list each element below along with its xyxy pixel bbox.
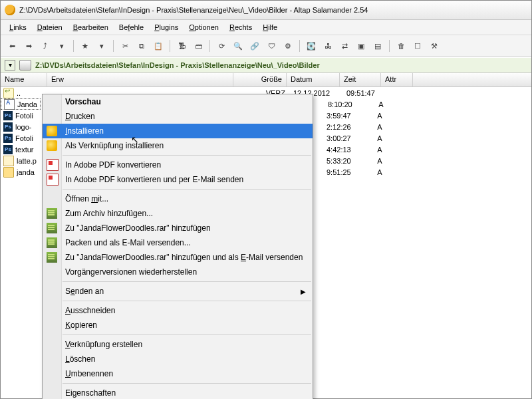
col-attr[interactable]: Attr	[381, 73, 413, 86]
toolbar-sep	[73, 40, 74, 52]
file-name: Fotoli	[15, 134, 33, 142]
file-time: 5:33:20	[323, 157, 364, 165]
file-attr: A	[364, 112, 396, 120]
col-ext[interactable]: Erw	[47, 73, 233, 86]
ctx-separator	[63, 281, 311, 282]
share-icon[interactable]: ⇄	[337, 39, 352, 53]
hotpath-menu-icon[interactable]: ▾	[94, 39, 109, 53]
nav-fwd-icon[interactable]: ➡	[21, 39, 36, 53]
nav-up-icon[interactable]: ⤴	[38, 39, 53, 53]
file-attr: A	[364, 157, 396, 165]
cmd-icon[interactable]: ▣	[354, 39, 368, 53]
link-icon[interactable]: 🔗	[247, 39, 262, 53]
menu-hilfe[interactable]: Hilfe	[258, 22, 282, 33]
ctx-verknuepfung[interactable]: Verknüpfung erstellen	[43, 337, 313, 352]
title-bar[interactable]: Z:\DVDs\Arbeitsdateien\Stefan\InDesign -…	[1, 1, 531, 20]
image-file-icon	[3, 156, 14, 166]
pack-icon[interactable]: 🗜	[174, 39, 189, 53]
ctx-vorgaenger[interactable]: Vorgängerversionen wiederherstellen	[43, 265, 313, 279]
ctx-pdf-mail[interactable]: In Adobe PDF konvertieren und per E-Mail…	[43, 172, 313, 187]
updir-time: 09:51:47	[342, 89, 384, 97]
ctx-drucken[interactable]: Drucken	[43, 109, 313, 124]
ctx-eigenschaften[interactable]: Eigenschaften	[43, 386, 313, 399]
app-icon	[5, 5, 15, 15]
nav-back-icon[interactable]: ⬅	[5, 39, 19, 53]
hotpath-icon[interactable]: ★	[78, 39, 92, 53]
col-name[interactable]: Name	[1, 73, 47, 86]
search-icon[interactable]: 🔍	[231, 39, 245, 53]
rar-icon	[47, 208, 57, 219]
ctx-packen-mail[interactable]: Packen und als E-Mail versenden...	[43, 235, 313, 250]
file-name: logo-	[15, 123, 31, 131]
menu-bearbeiten[interactable]: Bearbeiten	[68, 22, 113, 33]
archive-file-icon	[3, 167, 14, 178]
rar-icon	[47, 252, 57, 263]
ctx-zu-rar[interactable]: Zu "JandaFlowerDoodles.rar" hinzufügen	[43, 221, 313, 235]
ctx-separator	[63, 155, 311, 156]
menu-dateien[interactable]: Dateien	[33, 22, 67, 33]
pdf-icon	[47, 159, 59, 171]
file-time: 4:42:13	[323, 146, 364, 154]
ctx-loeschen[interactable]: Löschen	[43, 352, 313, 366]
psd-file-icon: Ps	[3, 145, 13, 154]
submenu-arrow-icon: ▶	[301, 288, 306, 295]
perms-icon[interactable]: 🛡	[264, 39, 279, 53]
file-name: Fotoli	[15, 112, 33, 120]
ctx-vorschau[interactable]: Vorschau	[43, 94, 313, 109]
file-name: janda	[17, 168, 35, 176]
menu-bar: Links Dateien Bearbeiten Befehle Plugins…	[1, 20, 531, 35]
net-icon[interactable]: 🖧	[321, 39, 335, 53]
ctx-zu-rar-mail[interactable]: Zu "JandaFlowerDoodles.rar" hinzufügen u…	[43, 250, 313, 265]
file-time: 2:12:26	[323, 123, 364, 131]
ctx-senden-an[interactable]: Senden an▶	[43, 284, 313, 299]
ctx-oeffnen-mit[interactable]: Öffnen mit...	[43, 192, 313, 206]
col-time[interactable]: Zeit	[340, 73, 381, 86]
toolbar-sep	[113, 40, 114, 52]
column-headers[interactable]: Name Erw Größe Datum Zeit Attr	[1, 73, 531, 87]
ctx-installieren[interactable]: Installieren	[43, 124, 313, 138]
drive-z-icon[interactable]	[19, 60, 31, 70]
col-size[interactable]: Größe	[233, 73, 287, 86]
tree-toggle-icon[interactable]: ▾	[5, 60, 15, 70]
path-text[interactable]: Z:\DVDs\Arbeitsdateien\Stefan\InDesign -…	[35, 61, 320, 69]
toolbar-sep	[209, 40, 210, 52]
toolbar-sep	[389, 40, 390, 52]
props-icon[interactable]: ⚙	[281, 39, 295, 53]
cut-icon[interactable]: ✂	[118, 39, 132, 53]
ctx-separator	[63, 301, 311, 301]
menu-optionen[interactable]: Optionen	[184, 22, 223, 33]
col-date[interactable]: Datum	[287, 73, 340, 86]
toolbar-sep	[299, 40, 300, 52]
psd-file-icon: Ps	[3, 134, 13, 143]
paste-icon[interactable]: 📋	[151, 39, 166, 53]
history-icon[interactable]: ▾	[55, 39, 69, 53]
menu-plugins[interactable]: Plugins	[150, 22, 183, 33]
ctx-zum-archiv[interactable]: Zum Archiv hinzufügen...	[43, 206, 313, 221]
psd-file-icon: Ps	[3, 122, 13, 132]
ctx-umbenennen[interactable]: Umbenennen	[43, 366, 313, 381]
delete-icon[interactable]: 🗑	[394, 39, 408, 53]
menu-links[interactable]: Links	[5, 22, 31, 33]
new-icon[interactable]: ☐	[410, 39, 425, 53]
ctx-pdf-konvertieren[interactable]: In Adobe PDF konvertieren	[43, 158, 313, 172]
ctx-als-verknuepfung[interactable]: Als Verknüpfung installieren	[43, 138, 313, 153]
file-name: Janda	[17, 100, 37, 108]
rar-icon	[47, 237, 57, 248]
file-attr: A	[365, 100, 397, 108]
ctx-separator	[63, 189, 311, 190]
ctx-ausschneiden[interactable]: Ausschneiden	[43, 303, 313, 318]
drive-icon[interactable]: 💽	[304, 39, 319, 53]
ctx-kopieren[interactable]: Kopieren	[43, 318, 313, 332]
unpack-icon[interactable]: 🗃	[191, 39, 205, 53]
file-attr: A	[364, 168, 396, 176]
options-icon[interactable]: ⚒	[427, 39, 442, 53]
filter-icon[interactable]: ▤	[370, 39, 385, 53]
updir-label: ..	[17, 89, 21, 97]
menu-rechts[interactable]: Rechts	[225, 22, 257, 33]
refresh-icon[interactable]: ⟳	[214, 39, 229, 53]
pdf-icon	[47, 174, 59, 186]
copy-icon[interactable]: ⧉	[134, 39, 149, 53]
path-bar[interactable]: ▾ Z:\DVDs\Arbeitsdateien\Stefan\InDesign…	[1, 57, 531, 73]
menu-befehle[interactable]: Befehle	[114, 22, 148, 33]
file-attr: A	[364, 134, 396, 142]
